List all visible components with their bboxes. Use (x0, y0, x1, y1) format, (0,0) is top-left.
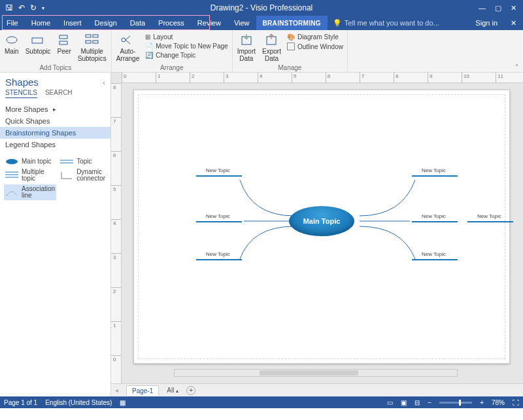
horizontal-scrollbar[interactable] (174, 369, 458, 377)
quick-access-toolbar: 🖫 ↶ ↻ ▾ (3, 3, 44, 12)
style-icon: 🎨 (287, 33, 295, 41)
fit-page-icon[interactable]: ▣ (401, 399, 407, 406)
svg-point-13 (6, 159, 18, 164)
svg-line-9 (126, 36, 130, 40)
ribbon: Main Subtopic Peer Multiple Subtopics Ad… (0, 30, 523, 73)
import-data-button[interactable]: Import Data (235, 31, 258, 63)
multiple-subtopics-button[interactable]: Multiple Subtopics (76, 31, 109, 63)
export-data-button[interactable]: Export Data (260, 31, 283, 63)
lightbulb-icon: 💡 (333, 19, 342, 27)
more-shapes-item[interactable]: More Shapes▸ (0, 103, 110, 115)
connectors (134, 90, 509, 363)
tab-file[interactable]: File (0, 16, 25, 30)
vertical-ruler: 876543210 (111, 83, 122, 383)
tell-me-search[interactable]: 💡 Tell me what you want to do... (328, 16, 445, 30)
main-topic-button[interactable]: Main (3, 31, 21, 56)
save-icon[interactable]: 🖫 (5, 3, 13, 12)
diagram-style-button[interactable]: 🎨Diagram Style (286, 33, 345, 41)
chevron-right-icon: ▸ (53, 106, 56, 113)
drawing-page[interactable]: Main Topic New Topic (122, 83, 523, 383)
auto-arrange-button[interactable]: Auto- Arrange (114, 31, 142, 63)
canvas-area: 01234567891011 876543210 Main Topic (111, 73, 523, 396)
zoom-out-button[interactable]: − (428, 399, 431, 406)
page-tabs-bar: ◂ Page-1 All ▴ + (111, 383, 523, 396)
layout-icon: ⊞ (145, 33, 150, 41)
ribbon-tabs: File Home Insert Design Data Process Rev… (0, 16, 523, 30)
tab-design[interactable]: Design (88, 16, 124, 30)
tab-process[interactable]: Process (152, 16, 191, 30)
page-tab-1[interactable]: Page-1 (126, 385, 159, 396)
ribbon-group-arrange: Auto- Arrange ⊞Layout 📄Move Topic to New… (112, 30, 233, 72)
shape-topic[interactable]: Topic (59, 157, 107, 166)
subtopic-button[interactable]: Subtopic (24, 31, 53, 56)
svg-rect-7 (93, 41, 98, 43)
tab-home[interactable]: Home (25, 16, 57, 30)
tab-brainstorming[interactable]: BRAINSTORMING (256, 16, 328, 30)
collapse-shapes-icon[interactable]: ‹ (103, 79, 105, 86)
stencils-tab[interactable]: STENCILS (5, 89, 37, 98)
redo-icon[interactable]: ↻ (30, 3, 37, 12)
svg-rect-2 (59, 35, 67, 39)
svg-rect-3 (59, 41, 67, 44)
multiple-topic-icon (5, 171, 18, 180)
tab-insert[interactable]: Insert (57, 16, 88, 30)
association-line-icon (5, 188, 18, 197)
title-bar: 🖫 ↶ ↻ ▾ Drawing2 - Visio Professional — … (0, 0, 523, 16)
shape-multiple-topic[interactable]: Multiple topic (4, 167, 56, 183)
presentation-mode-icon[interactable]: ▭ (387, 399, 393, 406)
fit-window-icon[interactable]: ⛶ (513, 399, 519, 406)
page-count: Page 1 of 1 (4, 399, 37, 406)
move-topic-button[interactable]: 📄Move Topic to New Page (144, 42, 229, 50)
shapes-title: Shapes (5, 77, 103, 88)
paper: Main Topic New Topic (133, 90, 510, 364)
svg-rect-1 (32, 38, 42, 43)
group-label-add-topics: Add Topics (3, 64, 109, 72)
add-page-button[interactable]: + (186, 386, 195, 395)
outline-window-checkbox[interactable]: Outline Window (286, 42, 345, 51)
sign-in-link[interactable]: Sign in (469, 16, 504, 30)
horizontal-ruler: 01234567891011 (122, 73, 523, 83)
maximize-icon[interactable]: ▢ (495, 4, 501, 12)
quick-shapes-item[interactable]: Quick Shapes (0, 115, 110, 127)
close-icon[interactable]: ✕ (511, 4, 516, 12)
zoom-slider[interactable] (439, 402, 472, 404)
layout-button[interactable]: ⊞Layout (144, 33, 229, 41)
undo-icon[interactable]: ↶ (18, 3, 25, 12)
search-tab[interactable]: SEARCH (45, 89, 73, 98)
group-label-arrange: Arrange (114, 64, 229, 72)
svg-point-0 (7, 37, 17, 43)
minimize-icon[interactable]: — (479, 4, 486, 12)
brainstorming-shapes-item[interactable]: Brainstorming Shapes (0, 127, 110, 139)
ribbon-group-add-topics: Main Subtopic Peer Multiple Subtopics Ad… (0, 30, 112, 72)
shape-main-topic[interactable]: Main topic (4, 157, 56, 166)
svg-line-10 (126, 40, 130, 44)
chevron-up-icon: ▴ (176, 388, 178, 394)
tab-review[interactable]: Review (191, 16, 228, 30)
svg-point-8 (122, 38, 126, 42)
svg-rect-4 (86, 35, 91, 37)
tab-data[interactable]: Data (124, 16, 152, 30)
page-nav-prev-icon[interactable]: ◂ (115, 387, 118, 394)
shape-association-line[interactable]: Association line (4, 184, 56, 200)
language-status[interactable]: English (United States) (45, 399, 112, 406)
ribbon-close-icon[interactable]: ✕ (504, 16, 523, 30)
main-topic-shape-icon (5, 158, 18, 165)
status-bar: Page 1 of 1 English (United States) ▦ ▭ … (0, 396, 523, 408)
peer-button[interactable]: Peer (56, 31, 73, 56)
svg-rect-6 (86, 41, 91, 43)
tab-view[interactable]: View (228, 16, 256, 30)
dynamic-connector-icon (60, 171, 73, 180)
macro-icon[interactable]: ▦ (120, 399, 126, 406)
group-label-manage: Manage (235, 64, 345, 72)
collapse-ribbon-icon[interactable]: ˄ (511, 30, 523, 72)
legend-shapes-item[interactable]: Legend Shapes (0, 139, 110, 150)
app-title: Drawing2 - Visio Professional (44, 3, 479, 12)
zoom-in-button[interactable]: + (480, 399, 484, 406)
svg-rect-5 (93, 35, 98, 37)
change-icon: 🔄 (145, 52, 153, 59)
shape-dynamic-connector[interactable]: Dynamic connector (59, 167, 107, 183)
page-width-icon[interactable]: ⊟ (414, 399, 420, 406)
all-pages-button[interactable]: All ▴ (167, 387, 178, 394)
zoom-level[interactable]: 78% (492, 399, 505, 406)
change-topic-button[interactable]: 🔄Change Topic (144, 51, 229, 60)
